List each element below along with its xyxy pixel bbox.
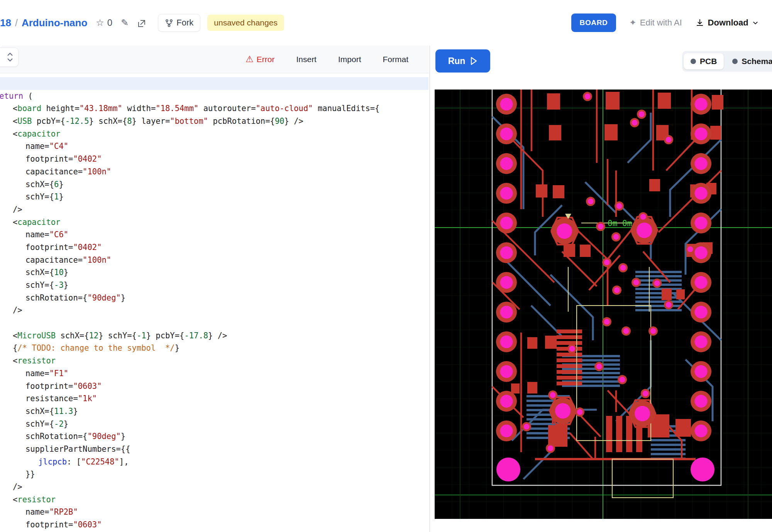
via-core — [604, 319, 610, 325]
edit-pencil-icon[interactable]: ✎ — [121, 17, 129, 28]
download-button[interactable]: Download — [695, 18, 759, 28]
large-via-core — [557, 223, 572, 239]
via-core — [640, 214, 646, 220]
code-line: <capacitor — [0, 216, 428, 229]
large-via-core — [637, 223, 652, 238]
star-icon[interactable]: ☆ — [96, 17, 104, 28]
trace-bar — [651, 453, 686, 455]
trace-bar — [557, 353, 582, 356]
via-core — [585, 94, 591, 100]
code-line: supplierPartNumbers={{ — [0, 443, 428, 456]
fork-button[interactable]: Fork — [158, 14, 200, 32]
fork-label: Fork — [176, 18, 193, 28]
error-button[interactable]: ⚠ Error — [245, 54, 274, 64]
via-core — [639, 111, 645, 117]
fork-icon — [165, 18, 173, 28]
through-hole-pad-core — [695, 247, 708, 259]
via-core — [548, 446, 554, 451]
via-core — [524, 424, 530, 430]
code-line: footprint="0402" — [0, 153, 428, 166]
code-line: <MicroUSB schX={12} schY={-1} pcbY={-17.… — [0, 329, 428, 342]
code-line: <resistor — [0, 355, 428, 367]
warning-icon: ⚠ — [245, 54, 254, 64]
breadcrumb-user[interactable]: 18 — [0, 17, 11, 29]
trace-bar — [635, 309, 682, 311]
code-line: /> — [0, 304, 428, 317]
tab-pcb[interactable]: PCB — [684, 53, 724, 69]
sparkle-icon: ✦ — [629, 18, 636, 28]
code-line: footprint="0402" — [0, 241, 428, 254]
editor-toolbar: ⚠ Error Insert Import Format — [0, 46, 428, 73]
download-icon — [695, 18, 704, 27]
through-hole-pad-core — [500, 187, 513, 200]
tab-schematic-label: Schematic — [742, 57, 772, 66]
trace-bar — [651, 448, 686, 451]
open-external-icon[interactable] — [137, 17, 146, 28]
code-line: name="C6" — [0, 228, 428, 241]
through-hole-pad-core — [500, 276, 513, 289]
via-core — [577, 409, 583, 415]
top-bar: 18 / Arduino-nano ☆ 0 ✎ Fork unsaved cha… — [0, 0, 772, 46]
trace-bar — [557, 370, 582, 374]
play-icon — [470, 57, 477, 65]
code-line: schY={-2} — [0, 418, 428, 431]
via-core — [666, 302, 672, 308]
through-hole-pad-core — [500, 336, 513, 348]
via-core — [569, 346, 575, 352]
code-line: capacitance="100n" — [0, 254, 428, 267]
via-core — [588, 199, 594, 204]
via-core — [654, 280, 660, 286]
code-line: name="C4" — [0, 140, 428, 153]
through-hole-pad-core — [500, 98, 513, 111]
pcb-canvas[interactable]: 0m 0m — [435, 90, 772, 519]
through-hole-pad-core — [500, 395, 513, 408]
code-line: schX={6} — [0, 178, 428, 191]
through-hole-pad-core — [695, 365, 708, 378]
run-button[interactable]: Run — [435, 49, 490, 73]
code-line: {/* TODO: change to the symbol */} — [0, 342, 428, 355]
via-core — [614, 287, 620, 293]
chevron-down-icon — [752, 19, 759, 26]
edit-with-ai-label: Edit with AI — [640, 18, 682, 28]
via-core — [687, 247, 693, 252]
breadcrumb-separator: / — [15, 17, 18, 29]
edit-with-ai-button[interactable]: ✦ Edit with AI — [629, 18, 682, 28]
mount-hole — [496, 458, 520, 481]
via-core — [616, 203, 622, 209]
large-via-core — [635, 406, 650, 421]
via-core — [598, 224, 604, 230]
file-select-button[interactable] — [0, 47, 19, 67]
star-count: 0 — [107, 17, 112, 28]
code-editor-content[interactable]: return (<board height="43.18mm" width="1… — [0, 77, 428, 532]
unsaved-changes-badge: unsaved changes — [207, 15, 284, 31]
board-button[interactable]: BOARD — [571, 14, 616, 32]
schematic-dot-icon — [732, 59, 738, 64]
via-core — [550, 392, 556, 398]
code-line: <USB pcbY={-12.5} schX={8} layer="bottom… — [0, 115, 428, 128]
code-line: name="F1" — [0, 367, 428, 380]
trace-bar — [635, 288, 682, 290]
tab-pcb-label: PCB — [700, 57, 717, 66]
preview-pane: Run PCB Schematic — [429, 46, 772, 532]
breadcrumb-project[interactable]: Arduino-nano — [22, 17, 87, 29]
trace-bar — [635, 292, 682, 294]
via-core — [620, 265, 626, 271]
via-core — [643, 391, 648, 397]
code-line: jlcpcb: ["C22548"], — [0, 456, 428, 468]
import-button[interactable]: Import — [338, 55, 361, 64]
trace-bar — [557, 364, 582, 368]
through-hole-pad-core — [500, 365, 513, 378]
through-hole-pad-core — [695, 395, 708, 408]
pcb-origin-label: 0m 0m — [608, 219, 632, 228]
trace-bar — [557, 358, 582, 362]
insert-button[interactable]: Insert — [296, 55, 317, 64]
code-line: <capacitor — [0, 128, 428, 140]
tab-schematic[interactable]: Schematic — [725, 53, 772, 69]
via-core — [633, 280, 639, 285]
via-core — [596, 364, 602, 370]
pcb-render: 0m 0m — [435, 90, 772, 519]
format-button[interactable]: Format — [383, 55, 408, 64]
code-line: /> — [0, 203, 428, 216]
run-label: Run — [448, 56, 466, 66]
via-core — [650, 328, 656, 334]
